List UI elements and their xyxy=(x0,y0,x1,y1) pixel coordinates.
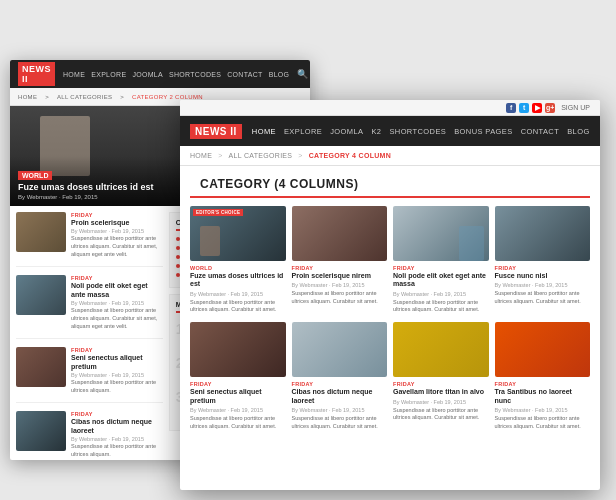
back-article-2-tag: Friday xyxy=(71,275,163,281)
front-nav-items: HOME EXPLORE JOOMLA K2 SHORTCODES BONUS … xyxy=(252,127,590,136)
front-grid-title-1[interactable]: Fuze umas doses ultrices id est xyxy=(190,272,286,289)
back-article-3-title[interactable]: Seni senectus aliquet pretium xyxy=(71,354,163,371)
back-hero-tag: WORLD xyxy=(18,171,52,180)
back-article-4-tag: Friday xyxy=(71,411,163,417)
front-navbar: NEWS II HOME EXPLORE JOOMLA K2 SHORTCODE… xyxy=(180,116,600,146)
front-breadcrumb-home[interactable]: HOME xyxy=(190,152,212,159)
front-breadcrumb-all[interactable]: ALL CATEGORIES xyxy=(229,152,293,159)
back-logo[interactable]: NEWS II xyxy=(18,62,55,86)
front-grid-meta-7: By Webmaster · Feb 19, 2015 xyxy=(393,399,489,405)
back-breadcrumb-all[interactable]: ALL CATEGORIES xyxy=(57,94,112,100)
back-search-icon[interactable]: 🔍 xyxy=(297,69,308,79)
back-article-1-title[interactable]: Proin scelerisque xyxy=(71,219,163,227)
back-article-3-image xyxy=(16,347,66,387)
front-subnav: HOME > ALL CATEGORIES > CATEGORY 4 COLUM… xyxy=(180,146,600,166)
front-grid-title-7[interactable]: Gavellam litore titan in alvo xyxy=(393,388,489,396)
front-breadcrumb-current: CATEGORY 4 COLUMN xyxy=(309,152,391,159)
googleplus-icon[interactable]: g+ xyxy=(545,103,555,113)
back-article-4-meta: By Webmaster · Feb 19, 2015 xyxy=(71,436,163,442)
front-category-title: CATEGORY (4 COLUMNS) xyxy=(200,177,358,191)
front-grid-tag-1: WORLD xyxy=(190,265,286,271)
youtube-icon[interactable]: ▶ xyxy=(532,103,542,113)
back-navbar: NEWS II HOME EXPLORE JOOMLA SHORTCODES C… xyxy=(10,60,310,88)
front-grid-meta-1: By Webmaster · Feb 19, 2015 xyxy=(190,291,286,297)
front-grid-tag-6: Friday xyxy=(292,381,388,387)
front-grid-img-2 xyxy=(292,206,388,261)
back-nav-blog[interactable]: BLOG xyxy=(269,71,290,78)
back-article-2-meta: By Webmaster · Feb 19, 2015 xyxy=(71,300,163,306)
front-grid-item-4: Friday Fusce nunc nisl By Webmaster · Fe… xyxy=(495,206,591,314)
twitter-icon[interactable]: t xyxy=(519,103,529,113)
front-grid-excerpt-4: Suspendisse at libero porttitor ante ult… xyxy=(495,290,591,305)
back-nav-joomla[interactable]: JOOMLA xyxy=(132,71,163,78)
front-nav-bonus[interactable]: BONUS PAGES xyxy=(454,127,512,136)
front-topbar: f t ▶ g+ SIGN UP xyxy=(180,100,600,116)
front-grid-meta-3: By Webmaster · Feb 19, 2015 xyxy=(393,291,489,297)
back-article-4-text: Friday Cibas nos dictum neque laoreet By… xyxy=(71,411,163,458)
back-article-4: Friday Cibas nos dictum neque laoreet By… xyxy=(16,411,163,460)
back-article-3-meta: By Webmaster · Feb 19, 2015 xyxy=(71,372,163,378)
front-nav-blog[interactable]: BLOG xyxy=(567,127,589,136)
back-article-1: Friday Proin scelerisque By Webmaster · … xyxy=(16,212,163,267)
front-grid-tag-2: Friday xyxy=(292,265,388,271)
back-article-4-excerpt: Suspendisse at libero porttitor ante ult… xyxy=(71,443,163,458)
front-nav-shortcodes[interactable]: SHORTCODES xyxy=(389,127,446,136)
front-grid-item-6: Friday Cibas nos dictum neque laoreet By… xyxy=(292,322,388,430)
front-signup-link[interactable]: SIGN UP xyxy=(561,104,590,111)
front-grid-img-1: EDITOR'S CHOICE xyxy=(190,206,286,261)
back-article-3: Friday Seni senectus aliquet pretium By … xyxy=(16,347,163,403)
back-article-1-tag: Friday xyxy=(71,212,163,218)
front-grid-item-7: Friday Gavellam litore titan in alvo By … xyxy=(393,322,489,430)
front-grid-tag-4: Friday xyxy=(495,265,591,271)
front-grid-tag-8: Friday xyxy=(495,381,591,387)
front-grid-excerpt-2: Suspendisse at libero porttitor ante ult… xyxy=(292,290,388,305)
front-grid-title-4[interactable]: Fusce nunc nisl xyxy=(495,272,591,280)
back-breadcrumb-sep2: > xyxy=(120,94,124,100)
facebook-icon[interactable]: f xyxy=(506,103,516,113)
back-breadcrumb-sep1: > xyxy=(45,94,49,100)
front-logo[interactable]: NEWS II xyxy=(190,124,242,139)
front-grid-meta-8: By Webmaster · Feb 19, 2015 xyxy=(495,407,591,413)
back-article-2-title[interactable]: Noli pode elit oket eget ante massa xyxy=(71,282,163,299)
front-nav-explore[interactable]: EXPLORE xyxy=(284,127,322,136)
back-nav-contact[interactable]: CONTACT xyxy=(227,71,262,78)
back-articles-col: Friday Proin scelerisque By Webmaster · … xyxy=(16,212,163,460)
back-article-1-image xyxy=(16,212,66,252)
front-nav-home[interactable]: HOME xyxy=(252,127,276,136)
back-article-3-tag: Friday xyxy=(71,347,163,353)
front-nav-contact[interactable]: CONTACT xyxy=(521,127,560,136)
front-grid-title-6[interactable]: Cibas nos dictum neque laoreet xyxy=(292,388,388,405)
front-grid-item-3: Friday Noli pode elit oket eget ante mas… xyxy=(393,206,489,314)
front-grid-meta-2: By Webmaster · Feb 19, 2015 xyxy=(292,282,388,288)
front-grid-tag-5: Friday xyxy=(190,381,286,387)
back-nav-home[interactable]: HOME xyxy=(63,71,85,78)
front-grid-title-5[interactable]: Seni senectus aliquet pretium xyxy=(190,388,286,405)
back-article-4-image xyxy=(16,411,66,451)
front-nav-joomla[interactable]: JOOMLA xyxy=(330,127,363,136)
front-grid-tag-7: Friday xyxy=(393,381,489,387)
front-grid-img-5 xyxy=(190,322,286,377)
front-social-icons: f t ▶ g+ xyxy=(506,103,555,113)
back-nav-shortcodes[interactable]: SHORTCODES xyxy=(169,71,221,78)
front-grid-tag-3: Friday xyxy=(393,265,489,271)
front-grid-img-6 xyxy=(292,322,388,377)
front-grid-title-3[interactable]: Noli pode elit oket eget ante massa xyxy=(393,272,489,289)
front-grid-item-2: Friday Proin scelerisque nirem By Webmas… xyxy=(292,206,388,314)
front-grid-row2: Friday Seni senectus aliquet pretium By … xyxy=(180,322,600,438)
back-breadcrumb-home[interactable]: HOME xyxy=(18,94,37,100)
back-article-3-excerpt: Suspendisse at libero porttitor ante ult… xyxy=(71,379,163,394)
front-grid-title-8[interactable]: Tra Santibus no laoreet nunc xyxy=(495,388,591,405)
back-article-3-text: Friday Seni senectus aliquet pretium By … xyxy=(71,347,163,394)
front-grid-title-2[interactable]: Proin scelerisque nirem xyxy=(292,272,388,280)
front-grid-img-3 xyxy=(393,206,489,261)
front-grid-meta-4: By Webmaster · Feb 19, 2015 xyxy=(495,282,591,288)
front-grid-img-8 xyxy=(495,322,591,377)
back-article-4-title[interactable]: Cibas nos dictum neque laoreet xyxy=(71,418,163,435)
back-nav-explore[interactable]: EXPLORE xyxy=(91,71,126,78)
back-article-2-excerpt: Suspendisse at libero porttitor ante ult… xyxy=(71,307,163,330)
front-nav-k2[interactable]: K2 xyxy=(371,127,381,136)
back-article-1-excerpt: Suspendisse at libero porttitor ante ult… xyxy=(71,235,163,258)
front-grid-meta-5: By Webmaster · Feb 19, 2015 xyxy=(190,407,286,413)
front-grid-excerpt-6: Suspendisse at libero porttitor ante ult… xyxy=(292,415,388,430)
front-grid-excerpt-8: Suspendisse at libero porttitor ante ult… xyxy=(495,415,591,430)
